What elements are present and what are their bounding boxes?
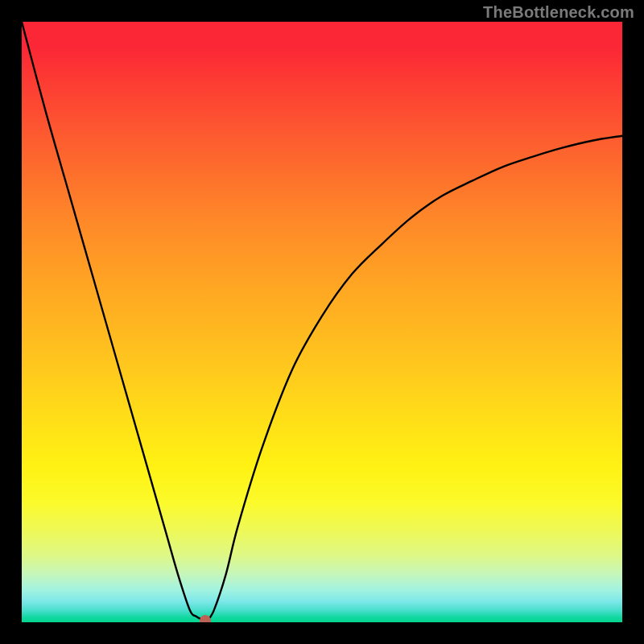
chart-frame: TheBottleneck.com	[0, 0, 644, 644]
optimal-point-marker	[200, 615, 211, 622]
bottleneck-curve	[22, 22, 622, 622]
watermark-text: TheBottleneck.com	[483, 3, 634, 22]
plot-area	[22, 22, 622, 622]
